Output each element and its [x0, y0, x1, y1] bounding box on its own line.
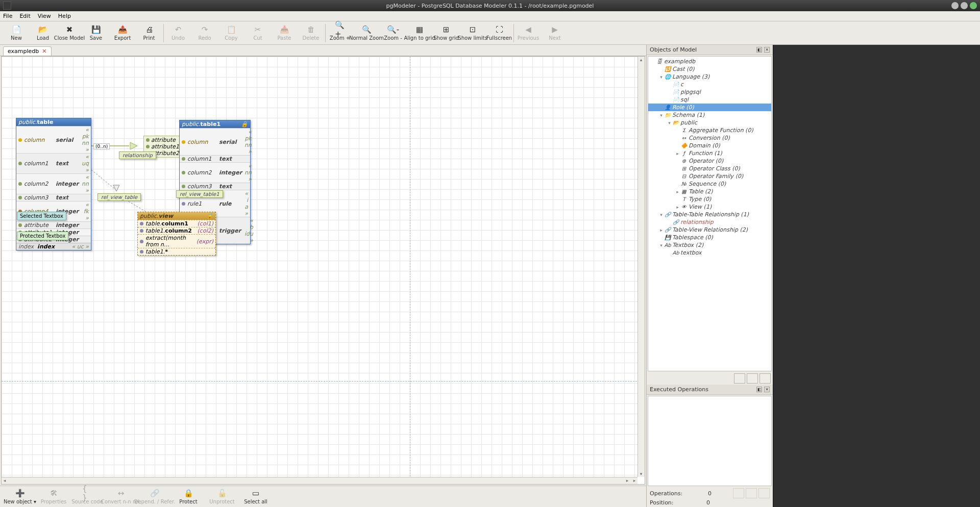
- fullscreen-button[interactable]: ⛶Fullscreen: [486, 22, 512, 44]
- tree-node-icon: ⊟: [680, 173, 688, 180]
- tree-expand-icon[interactable]: ▸: [658, 227, 664, 233]
- show-limits-icon: ⊡: [468, 25, 478, 34]
- tree-node[interactable]: ▾AbTextbox (2): [648, 241, 771, 249]
- cut-button: ✂Cut: [244, 22, 271, 44]
- tree-node-label: textbox: [680, 249, 702, 256]
- ops-btn-redo[interactable]: [746, 488, 757, 498]
- tree-node[interactable]: №Sequence (0): [648, 180, 771, 188]
- tree-node[interactable]: ▸ƒFunction (1): [648, 149, 771, 157]
- tree-node[interactable]: ▸👁View (1): [648, 203, 771, 211]
- tab-exampledb[interactable]: exampledb ✕: [3, 46, 52, 56]
- save-button[interactable]: 💾Save: [83, 22, 109, 44]
- tree-node[interactable]: ▾🔗Table-Table Relationship (1): [648, 211, 771, 218]
- tree-expand-icon[interactable]: ▸: [675, 205, 680, 210]
- tree-node[interactable]: TType (0): [648, 195, 771, 203]
- tree-node[interactable]: 👤Role (0): [648, 104, 771, 111]
- tree-expand-icon[interactable]: ▾: [667, 120, 672, 125]
- view-header: public.view 🔒: [138, 212, 215, 220]
- model-canvas[interactable]: public.table columnserial« pk nn »column…: [2, 57, 645, 484]
- maximize-button[interactable]: [961, 2, 968, 9]
- tree-node[interactable]: 🔶Domain (0): [648, 142, 771, 149]
- tree-expand-icon[interactable]: ▸: [675, 189, 680, 194]
- properties-icon: 🛠: [48, 489, 59, 498]
- ops-btn-undo[interactable]: [733, 488, 744, 498]
- protected-textbox[interactable]: Protected Textbox: [17, 232, 68, 240]
- tree-expand-icon[interactable]: ▸: [675, 151, 680, 156]
- tree-expand-icon[interactable]: ▾: [658, 113, 664, 118]
- tree-node[interactable]: 📄plpgsql: [648, 88, 771, 96]
- tree-node-label: Type (0): [689, 196, 711, 202]
- lock-icon: 🔒: [206, 213, 213, 219]
- source-code-icon: { }: [82, 489, 92, 498]
- export-button[interactable]: 📤Export: [109, 22, 136, 44]
- close-model-button[interactable]: ✖Close Model: [56, 22, 83, 44]
- close-button[interactable]: [970, 2, 977, 9]
- operations-count-label: Operations:: [650, 490, 687, 497]
- tree-node[interactable]: ↔Conversion (0): [648, 134, 771, 142]
- menu-view[interactable]: View: [38, 13, 51, 19]
- normal-zoom-button[interactable]: 🔍Normal Zoom: [353, 22, 380, 44]
- minimize-button[interactable]: [951, 2, 959, 9]
- tree-node[interactable]: 💾Tablespace (0): [648, 234, 771, 241]
- tree-expand-icon[interactable]: ▾: [658, 212, 664, 217]
- ops-btn-clear[interactable]: [758, 488, 770, 498]
- tree-node[interactable]: ▾🌐Language (3): [648, 73, 771, 81]
- tree-node[interactable]: ▾📁Schema (1): [648, 111, 771, 119]
- cut-icon: ✂: [253, 25, 263, 34]
- select-all-button[interactable]: ▭Select all: [239, 486, 273, 508]
- tree-node[interactable]: 📄c: [648, 81, 771, 88]
- entity-table[interactable]: public.table columnserial« pk nn »column…: [16, 118, 91, 250]
- view-row: table1.*: [138, 248, 215, 255]
- canvas-scrollbar-vertical[interactable]: ▴▾: [638, 57, 645, 477]
- rel-view-table-label[interactable]: rel_view_table: [97, 193, 141, 201]
- tree-btn-3[interactable]: [760, 373, 771, 384]
- panel-close-icon[interactable]: ✕: [764, 387, 770, 392]
- tree-node[interactable]: ⊕Operator (0): [648, 157, 771, 165]
- convert-button: ↔Convert n-n rel.: [104, 486, 138, 508]
- tree-node[interactable]: 🗄exampledb: [648, 58, 771, 65]
- operations-position-label: Position:: [650, 499, 687, 506]
- relationship-label[interactable]: relationship: [119, 151, 156, 159]
- tree-node[interactable]: Abtextbox: [648, 249, 771, 257]
- new-button[interactable]: 📄New: [3, 22, 30, 44]
- new-object-button[interactable]: ➕New object ▾: [3, 486, 37, 508]
- tree-node[interactable]: ▾📂public: [648, 119, 771, 126]
- toolbar-bottom: ➕New object ▾🛠Properties{ }Source code↔C…: [0, 486, 646, 507]
- print-button[interactable]: 🖨Print: [136, 22, 162, 44]
- tree-node[interactable]: ΣAggregate Function (0): [648, 126, 771, 134]
- selected-textbox[interactable]: Selected Textbox: [17, 212, 66, 220]
- align-button[interactable]: ▦Align to grid: [406, 22, 433, 44]
- tab-close-icon[interactable]: ✕: [42, 48, 46, 55]
- tree-expand-icon[interactable]: ▾: [658, 74, 664, 80]
- rel-view-table1-label[interactable]: rel_view_table1: [176, 190, 223, 198]
- show-limits-button[interactable]: ⊡Show limits: [459, 22, 486, 44]
- canvas-scrollbar-horizontal[interactable]: ◂▸▸: [2, 477, 638, 484]
- load-button[interactable]: 📂Load: [30, 22, 56, 44]
- tree-btn-1[interactable]: [734, 373, 745, 384]
- tree-node[interactable]: ▸▦Table (2): [648, 188, 771, 195]
- tree-node[interactable]: ⊟Operator Family (0): [648, 172, 771, 180]
- menu-file[interactable]: File: [3, 13, 12, 19]
- panel-close-icon[interactable]: ✕: [764, 47, 770, 53]
- tree-node-label: sql: [680, 96, 689, 103]
- tree-node[interactable]: ▸🔗Table-View Relationship (2): [648, 226, 771, 234]
- tree-node[interactable]: 🔁Cast (0): [648, 65, 771, 73]
- show-grid-button[interactable]: ⊞Show grid: [433, 22, 459, 44]
- panel-undock-icon[interactable]: ◧: [756, 47, 762, 53]
- select-all-icon: ▭: [251, 489, 261, 498]
- operations-panel-header: Executed Operations ◧ ✕: [647, 385, 773, 395]
- tree-node[interactable]: 📄sql: [648, 96, 771, 104]
- menu-help[interactable]: Help: [58, 13, 71, 19]
- svg-marker-2: [130, 142, 137, 149]
- tree-node[interactable]: 🔗relationship: [648, 218, 771, 226]
- panel-undock-icon[interactable]: ◧: [756, 387, 762, 392]
- objects-tree[interactable]: 🗄exampledb🔁Cast (0)▾🌐Language (3)📄c📄plpg…: [648, 56, 772, 371]
- tree-btn-2[interactable]: [747, 373, 758, 384]
- zoom-out-button[interactable]: 🔍-Zoom -: [380, 22, 406, 44]
- tree-expand-icon[interactable]: ▾: [658, 243, 664, 248]
- tree-node-icon: ↔: [680, 135, 688, 141]
- tree-node[interactable]: ⊞Operator Class (0): [648, 165, 771, 172]
- entity-view[interactable]: public.view 🔒 table.column1(col1)table1.…: [137, 212, 216, 256]
- protect-button[interactable]: 🔒Protect: [172, 486, 205, 508]
- menu-edit[interactable]: Edit: [19, 13, 30, 19]
